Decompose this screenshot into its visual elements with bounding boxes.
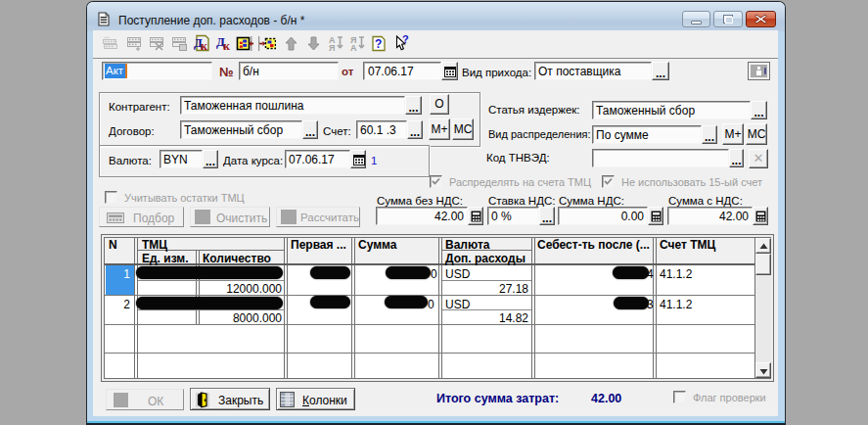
svg-text:А: А	[350, 43, 357, 52]
svg-text:?: ?	[375, 37, 382, 51]
svg-text:Я: Я	[329, 43, 335, 52]
svg-text:к: к	[223, 39, 230, 53]
svg-text:к: к	[201, 39, 207, 53]
